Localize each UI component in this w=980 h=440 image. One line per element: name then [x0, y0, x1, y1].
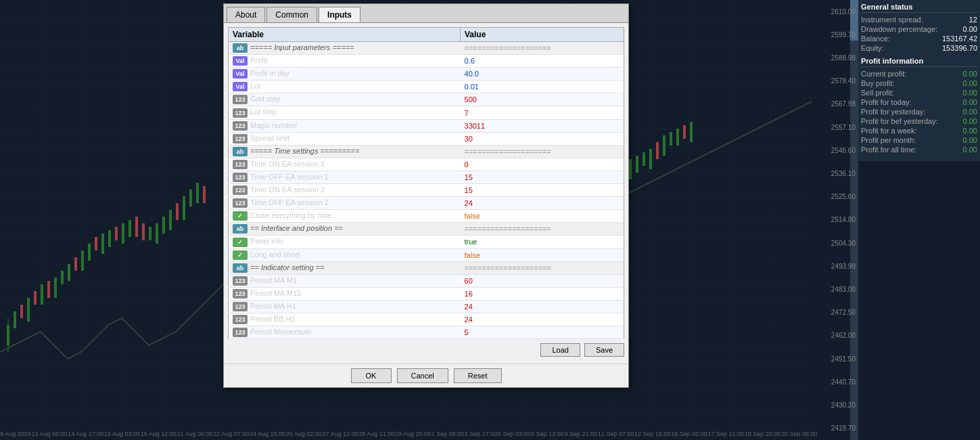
- type-badge: ✓: [233, 238, 248, 247]
- table-row: ab===== Input parameters ===============…: [229, 42, 624, 55]
- type-badge: ✓: [233, 211, 248, 221]
- variable-text: ===== Input parameters =====: [250, 43, 354, 51]
- right-panel: General status Instrument spread: 12 Dra…: [858, 0, 980, 161]
- cell-variable: 123Time OFF EA session 1: [229, 171, 461, 183]
- ok-button[interactable]: OK: [351, 368, 392, 383]
- cell-variable: 123Spread limit: [229, 132, 461, 145]
- svg-rect-23: [135, 217, 138, 237]
- table-row: ValProfit0.6: [229, 55, 624, 68]
- type-badge: 123: [233, 302, 248, 311]
- svg-rect-21: [122, 223, 124, 244]
- svg-rect-28: [169, 210, 172, 230]
- type-badge: 123: [233, 173, 248, 182]
- settings-dialog: About Common Inputs Variable Value ab===…: [223, 3, 629, 388]
- buy-profit-value: 0.00: [963, 79, 977, 87]
- table-row: 123Spread limit30: [229, 132, 624, 145]
- save-button[interactable]: Save: [584, 343, 624, 357]
- cancel-button[interactable]: Cancel: [397, 368, 448, 383]
- type-badge: Val: [233, 82, 248, 91]
- reset-button[interactable]: Reset: [454, 368, 502, 383]
- cell-variable: ValLot: [229, 81, 461, 93]
- svg-rect-10: [47, 281, 50, 298]
- variable-text: Time ON EA session 2: [250, 185, 325, 194]
- svg-rect-31: [189, 190, 192, 206]
- dialog-content: Variable Value ab===== Input parameters …: [224, 23, 628, 364]
- cell-value: 0.6: [461, 55, 624, 68]
- type-badge: 123: [233, 121, 248, 131]
- variable-text: Profit: [250, 56, 268, 64]
- table-row: 123Time OFF EA session 224: [229, 197, 624, 210]
- svg-rect-39: [643, 152, 645, 166]
- svg-rect-19: [108, 230, 111, 247]
- profit-month-row: Profit per month: 0.00: [861, 135, 977, 145]
- type-badge: ab: [233, 263, 248, 273]
- svg-rect-46: [690, 122, 693, 142]
- variable-text: Period MA M15: [250, 289, 301, 297]
- date-labels: 9 Aug 2024 13 Aug 08:00 14 Aug 17:00 16 …: [0, 428, 818, 440]
- profit-today-value: 0.00: [963, 98, 977, 106]
- profit-all-value: 0.00: [963, 146, 977, 154]
- col-variable: Variable: [229, 28, 461, 42]
- profit-week-row: Profit for a week: 0.00: [861, 126, 977, 135]
- cell-value: 15: [461, 184, 624, 197]
- sell-profit-label: Sell profit:: [861, 89, 894, 97]
- profit-month-value: 0.00: [963, 136, 977, 144]
- svg-rect-32: [196, 183, 199, 203]
- svg-rect-25: [149, 227, 151, 240]
- cell-variable: ✓Panel info: [229, 236, 461, 248]
- load-button[interactable]: Load: [540, 343, 580, 357]
- variable-text: Grid step: [250, 95, 281, 103]
- table-row: 123Time OFF EA session 115: [229, 171, 624, 183]
- balance-value: 153167.42: [942, 35, 977, 43]
- cell-value: 500: [461, 93, 624, 106]
- cell-variable: ab===== Time settings =========: [229, 145, 461, 158]
- svg-rect-6: [20, 305, 23, 318]
- svg-rect-45: [683, 125, 686, 139]
- buy-profit-label: Buy profit:: [861, 79, 895, 87]
- type-badge: ab: [233, 147, 248, 156]
- type-badge: 123: [233, 276, 248, 286]
- cell-variable: 123Grid step: [229, 93, 461, 106]
- type-badge: 123: [233, 160, 248, 169]
- cell-variable: 123Period MA M1: [229, 274, 461, 287]
- tab-common[interactable]: Common: [266, 7, 317, 22]
- tab-about[interactable]: About: [227, 7, 265, 22]
- table-row: ✓Close everything by timefalse: [229, 210, 624, 223]
- cell-value: 5: [461, 326, 624, 339]
- table-row: 123Period MA H124: [229, 300, 624, 313]
- sell-profit-row: Sell profit: 0.00: [861, 88, 977, 97]
- table-row: 123Period Momentum5: [229, 326, 624, 339]
- profit-all-label: Profit for all time:: [861, 146, 917, 154]
- table-row: 123Time ON EA session 10: [229, 158, 624, 171]
- cell-value: false: [461, 248, 624, 261]
- svg-rect-15: [81, 250, 84, 271]
- cell-variable: 123Magic number: [229, 119, 461, 132]
- general-status-title: General status: [861, 3, 977, 13]
- table-row: 123Period MA M1516: [229, 287, 624, 300]
- cell-variable: ✓Close everything by time: [229, 210, 461, 223]
- type-badge: 123: [233, 185, 248, 195]
- variable-text: Lot: [250, 82, 260, 90]
- svg-rect-37: [629, 159, 632, 179]
- equity-label: Equity:: [861, 44, 884, 52]
- svg-rect-18: [101, 234, 104, 254]
- svg-rect-44: [676, 129, 679, 146]
- table-row: 123Period MA M160: [229, 274, 624, 287]
- tab-inputs[interactable]: Inputs: [319, 7, 360, 22]
- svg-rect-5: [14, 311, 16, 328]
- profit-yesterday-label: Profit for yesterday:: [861, 108, 925, 116]
- variable-text: == Interface and position ==: [250, 224, 343, 232]
- table-row: ab===== Time settings ==================…: [229, 145, 624, 158]
- svg-rect-16: [88, 244, 91, 261]
- variable-text: Period BB H1: [250, 315, 296, 323]
- cell-variable: ab===== Input parameters =====: [229, 42, 461, 55]
- cell-value: 24: [461, 197, 624, 210]
- type-badge: Val: [233, 69, 248, 79]
- cell-variable: ab== Interface and position ==: [229, 223, 461, 236]
- svg-rect-12: [61, 271, 64, 284]
- cell-value: 16: [461, 287, 624, 300]
- type-badge: 123: [233, 315, 248, 324]
- svg-rect-42: [663, 135, 666, 156]
- cell-variable: 123Time ON EA session 1: [229, 158, 461, 171]
- cell-value: ====================: [461, 42, 624, 55]
